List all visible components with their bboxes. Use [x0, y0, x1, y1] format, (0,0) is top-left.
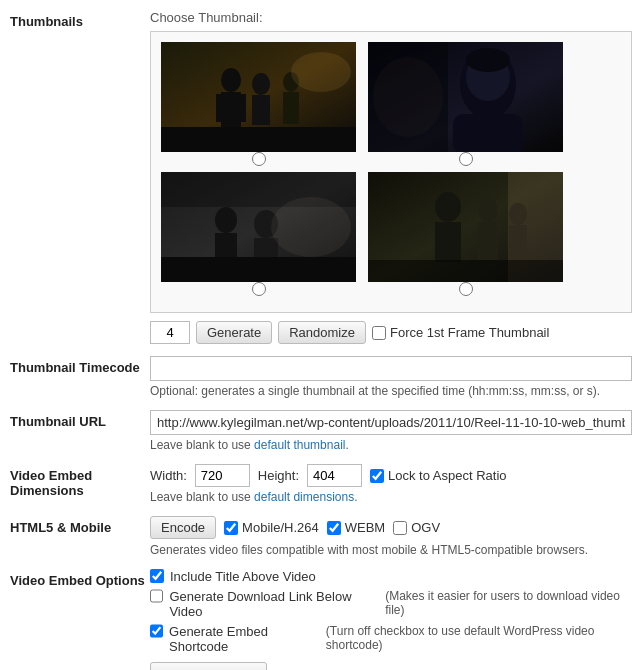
- lock-aspect-label[interactable]: Lock to Aspect Ratio: [370, 468, 507, 483]
- svg-point-20: [215, 207, 237, 233]
- thumb-3-art: [161, 172, 356, 282]
- svg-rect-11: [161, 127, 356, 152]
- width-label: Width:: [150, 468, 187, 483]
- default-dimensions-link[interactable]: default dimensions: [254, 490, 354, 504]
- thumbnail-row-2: [161, 172, 621, 296]
- height-input[interactable]: [307, 464, 362, 487]
- dims-hint-prefix: Leave blank to use: [150, 490, 254, 504]
- thumbnail-url-hint-prefix: Leave blank to use: [150, 438, 254, 452]
- thumbnail-item-4[interactable]: [368, 172, 563, 296]
- download-link-checkbox[interactable]: [150, 589, 163, 603]
- download-link-note: (Makes it easier for users to download v…: [385, 589, 632, 617]
- dims-hint-suffix: .: [354, 490, 357, 504]
- encode-button[interactable]: Encode: [150, 516, 216, 539]
- timecode-hint: Optional: generates a single thumbnail a…: [150, 384, 632, 398]
- html5-mobile-label: HTML5 & Mobile: [10, 520, 111, 535]
- thumbnail-url-hint: Leave blank to use default thumbnail.: [150, 438, 632, 452]
- webm-checkbox[interactable]: [327, 521, 341, 535]
- svg-rect-16: [453, 114, 523, 152]
- mobile-h264-text: Mobile/H.264: [242, 520, 319, 535]
- embed-shortcode-checkbox[interactable]: [150, 624, 163, 638]
- generate-row: Generate Randomize Force 1st Frame Thumb…: [150, 321, 632, 344]
- svg-rect-35: [368, 260, 563, 282]
- mobile-h264-label[interactable]: Mobile/H.264: [224, 520, 319, 535]
- thumb-radio-2[interactable]: [459, 152, 473, 166]
- insert-into-post-button[interactable]: Insert into Post: [150, 662, 267, 670]
- thumb-4-art: [368, 172, 563, 282]
- option-row-2: Generate Download Link Below Video (Make…: [150, 589, 632, 619]
- embed-options-label: Video Embed Options: [10, 573, 145, 588]
- svg-rect-29: [435, 222, 461, 262]
- svg-rect-4: [216, 94, 226, 122]
- timecode-label: Thumbnail Timecode: [10, 360, 140, 375]
- webm-label[interactable]: WEBM: [327, 520, 385, 535]
- thumb-image-4[interactable]: [368, 172, 563, 282]
- timecode-input[interactable]: [150, 356, 632, 381]
- thumbnail-item-2[interactable]: [368, 42, 563, 166]
- option-row-1: Include Title Above Video: [150, 569, 632, 584]
- thumb-radio-3[interactable]: [252, 282, 266, 296]
- svg-point-28: [435, 192, 461, 222]
- generate-button[interactable]: Generate: [196, 321, 272, 344]
- ogv-label[interactable]: OGV: [393, 520, 440, 535]
- width-input[interactable]: [195, 464, 250, 487]
- dims-row: Width: Height: Lock to Aspect Ratio: [150, 464, 632, 487]
- svg-rect-23: [254, 238, 278, 258]
- svg-rect-21: [215, 233, 237, 258]
- svg-rect-9: [283, 92, 299, 124]
- lock-aspect-text: Lock to Aspect Ratio: [388, 468, 507, 483]
- option-row-3: Generate Embed Shortcode (Turn off check…: [150, 624, 632, 654]
- svg-point-30: [478, 198, 498, 222]
- default-thumbnail-link[interactable]: default thumbnail: [254, 438, 345, 452]
- thumb-1-art: [161, 42, 356, 152]
- bottom-buttons: Insert into Post Delete: [150, 662, 632, 670]
- force-frame-checkbox[interactable]: [372, 326, 386, 340]
- thumb-radio-4[interactable]: [459, 282, 473, 296]
- svg-rect-7: [252, 95, 270, 125]
- thumbnail-grid: [150, 31, 632, 313]
- encode-hint: Generates video files compatible with mo…: [150, 543, 632, 557]
- thumbnail-item-3[interactable]: [161, 172, 356, 296]
- thumb-image-1[interactable]: [161, 42, 356, 152]
- encode-row: Encode Mobile/H.264 WEBM OGV: [150, 516, 632, 539]
- svg-point-15: [466, 48, 510, 72]
- include-title-text: Include Title Above Video: [170, 569, 316, 584]
- height-label: Height:: [258, 468, 299, 483]
- include-title-checkbox[interactable]: [150, 569, 164, 583]
- randomize-button[interactable]: Randomize: [278, 321, 366, 344]
- embed-shortcode-text: Generate Embed Shortcode: [169, 624, 320, 654]
- ogv-text: OGV: [411, 520, 440, 535]
- thumbnail-row-1: [161, 42, 621, 166]
- force-frame-label[interactable]: Force 1st Frame Thumbnail: [372, 325, 549, 340]
- thumbnail-count-input[interactable]: [150, 321, 190, 344]
- thumbnails-label: Thumbnails: [10, 14, 83, 29]
- svg-rect-5: [236, 94, 246, 122]
- lock-aspect-checkbox[interactable]: [370, 469, 384, 483]
- choose-thumbnail-label: Choose Thumbnail:: [150, 10, 632, 25]
- thumb-image-3[interactable]: [161, 172, 356, 282]
- download-link-text: Generate Download Link Below Video: [169, 589, 379, 619]
- thumb-image-2[interactable]: [368, 42, 563, 152]
- svg-point-10: [291, 52, 351, 92]
- thumbnail-url-label: Thumbnail URL: [10, 414, 106, 429]
- thumbnail-item-1[interactable]: [161, 42, 356, 166]
- svg-point-26: [271, 197, 351, 257]
- force-frame-text: Force 1st Frame Thumbnail: [390, 325, 549, 340]
- thumbnail-url-hint-suffix: .: [345, 438, 348, 452]
- thumb-radio-1[interactable]: [252, 152, 266, 166]
- webm-text: WEBM: [345, 520, 385, 535]
- svg-point-6: [252, 73, 270, 95]
- thumb-2-art: [368, 42, 563, 152]
- svg-rect-18: [368, 42, 448, 152]
- svg-point-2: [221, 68, 241, 92]
- thumbnail-url-input[interactable]: [150, 410, 632, 435]
- mobile-h264-checkbox[interactable]: [224, 521, 238, 535]
- svg-rect-25: [161, 257, 356, 282]
- ogv-checkbox[interactable]: [393, 521, 407, 535]
- dims-hint: Leave blank to use default dimensions.: [150, 490, 632, 504]
- embed-shortcode-note: (Turn off checkbox to use default WordPr…: [326, 624, 632, 652]
- embed-dimensions-label: Video Embed Dimensions: [10, 468, 92, 498]
- svg-rect-31: [478, 222, 498, 260]
